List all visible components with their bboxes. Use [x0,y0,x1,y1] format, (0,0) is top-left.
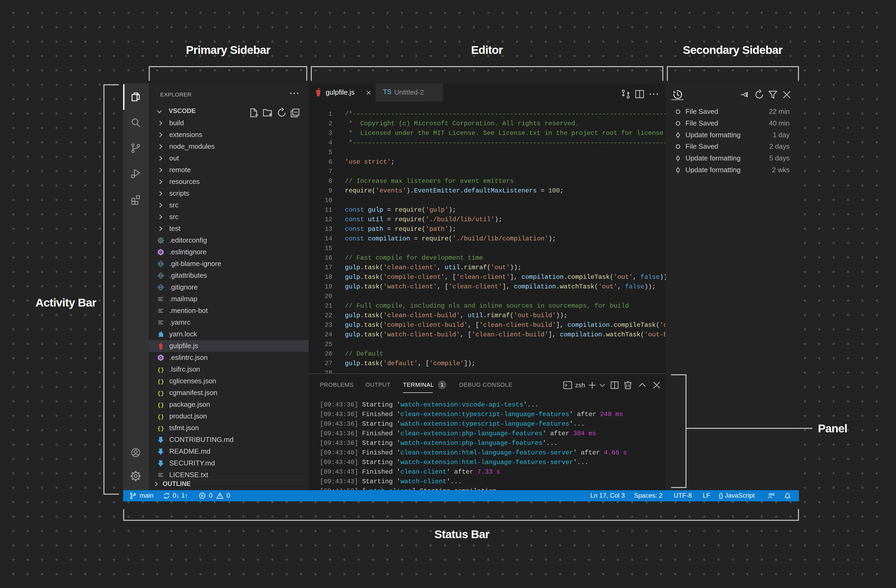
svg-text:{}: {} [157,379,164,385]
svg-text:{}: {} [157,414,164,420]
svg-text:{}: {} [157,426,164,432]
svg-text:{}: {} [157,402,164,408]
svg-text:{}: {} [157,367,164,373]
svg-text:{}: {} [157,390,164,397]
